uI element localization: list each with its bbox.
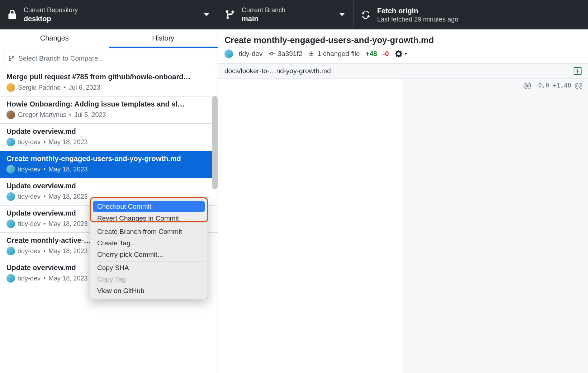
- scrollbar-thumb[interactable]: [212, 96, 218, 189]
- commit-item-title: Howie Onboarding: Adding issue templates…: [6, 100, 211, 108]
- branch-compare-placeholder: Select Branch to Compare...: [18, 55, 104, 62]
- avatar: [6, 247, 15, 255]
- fetch-label: Fetch origin: [377, 7, 458, 15]
- diff-left: [218, 79, 403, 373]
- menu-separator: [94, 225, 204, 225]
- avatar: [6, 138, 15, 146]
- gear-icon: [395, 50, 403, 58]
- commit-context-menu: Checkout Commit Revert Changes in Commit…: [90, 198, 208, 299]
- current-repository-selector[interactable]: Current Repository desktop: [0, 0, 218, 29]
- main-layout: Changes History Select Branch to Compare…: [0, 29, 588, 373]
- diff-pane: @@ -0,0 +1,48 @@: [218, 79, 588, 373]
- commit-sha[interactable]: 3a391f2: [269, 50, 303, 58]
- diff-options-button[interactable]: [395, 50, 408, 58]
- menu-create-tag[interactable]: Create Tag…: [90, 237, 208, 249]
- repo-value: desktop: [24, 15, 78, 23]
- top-toolbar: Current Repository desktop Current Branc…: [0, 0, 588, 29]
- additions-count: +48: [366, 50, 377, 58]
- diff-right: @@ -0,0 +1,48 @@: [403, 79, 588, 373]
- branch-icon: [225, 10, 235, 20]
- commit-item-meta: tidy-dev•May 18, 2023: [6, 165, 211, 174]
- menu-checkout-commit[interactable]: Checkout Commit: [93, 201, 205, 212]
- deletions-count: -0: [383, 50, 389, 58]
- sync-icon: [361, 10, 371, 20]
- hunk-header: @@ -0,0 +1,48 @@: [403, 79, 588, 92]
- fetch-origin-button[interactable]: Fetch origin Last fetched 29 minutes ago: [354, 0, 588, 29]
- current-branch-selector[interactable]: Current Branch main: [218, 0, 354, 29]
- menu-copy-tag: Copy Tag: [90, 274, 208, 285]
- avatar: [224, 49, 233, 58]
- fetch-subtext: Last fetched 29 minutes ago: [377, 16, 458, 23]
- sidebar-tabs: Changes History: [0, 29, 218, 48]
- commit-item-meta: Sergio Padrino•Jul 6, 2023: [6, 83, 211, 92]
- files-changed: 1 changed file: [308, 50, 360, 58]
- sidebar: Changes History Select Branch to Compare…: [0, 29, 218, 373]
- commit-item[interactable]: Merge pull request #785 from github/howi…: [0, 69, 218, 96]
- chevron-down-icon: [340, 13, 345, 16]
- menu-create-branch[interactable]: Create Branch from Commit: [90, 226, 208, 237]
- file-path: docs/looker-to-…nd-yoy-growth.md: [224, 67, 331, 75]
- commit-item-title: Create monthly-engaged-users-and-yoy-gro…: [6, 155, 211, 163]
- commit-item[interactable]: Create monthly-engaged-users-and-yoy-gro…: [0, 151, 218, 178]
- commit-item[interactable]: Update overview.mdtidy-dev•May 18, 2023: [0, 124, 218, 151]
- commit-item-title: Merge pull request #785 from github/howi…: [6, 73, 211, 81]
- avatar: [6, 192, 15, 201]
- commit-header: Create monthly-engaged-users-and-yoy-gro…: [218, 29, 588, 63]
- branch-icon: [8, 55, 15, 62]
- repo-label: Current Repository: [24, 6, 78, 14]
- commit-item[interactable]: Howie Onboarding: Adding issue templates…: [0, 96, 218, 124]
- commit-detail-title: Create monthly-engaged-users-and-yoy-gro…: [224, 35, 582, 45]
- file-added-icon: +: [574, 67, 582, 75]
- menu-copy-sha[interactable]: Copy SHA: [90, 262, 208, 274]
- caret-down-icon: [404, 53, 408, 55]
- avatar: [6, 219, 15, 228]
- commit-item-title: Update overview.md: [6, 182, 211, 190]
- branch-compare-input[interactable]: Select Branch to Compare...: [4, 52, 214, 65]
- menu-revert-commit[interactable]: Revert Changes in Commit: [90, 213, 208, 224]
- commit-item-meta: Gregor Martynus•Jul 5, 2023: [6, 110, 211, 119]
- menu-separator: [94, 261, 204, 261]
- tab-changes[interactable]: Changes: [0, 29, 109, 48]
- avatar: [6, 110, 15, 119]
- menu-cherry-pick[interactable]: Cherry-pick Commit…: [90, 249, 208, 260]
- diff-icon: [308, 51, 314, 57]
- branch-value: main: [242, 15, 285, 23]
- commit-icon: [269, 51, 275, 57]
- menu-view-on-github[interactable]: View on GitHub: [90, 285, 208, 297]
- commit-detail-pane: Create monthly-engaged-users-and-yoy-gro…: [218, 29, 588, 373]
- lock-icon: [7, 10, 17, 20]
- avatar: [6, 83, 15, 92]
- tab-history[interactable]: History: [109, 29, 218, 48]
- avatar: [6, 165, 15, 174]
- chevron-down-icon: [204, 13, 209, 16]
- commit-author: tidy-dev: [224, 49, 263, 58]
- changed-file-row[interactable]: docs/looker-to-…nd-yoy-growth.md +: [218, 63, 588, 79]
- commit-item-meta: tidy-dev•May 18, 2023: [6, 138, 211, 146]
- avatar: [6, 274, 15, 283]
- branch-label: Current Branch: [242, 6, 285, 14]
- commit-item-title: Update overview.md: [6, 127, 211, 136]
